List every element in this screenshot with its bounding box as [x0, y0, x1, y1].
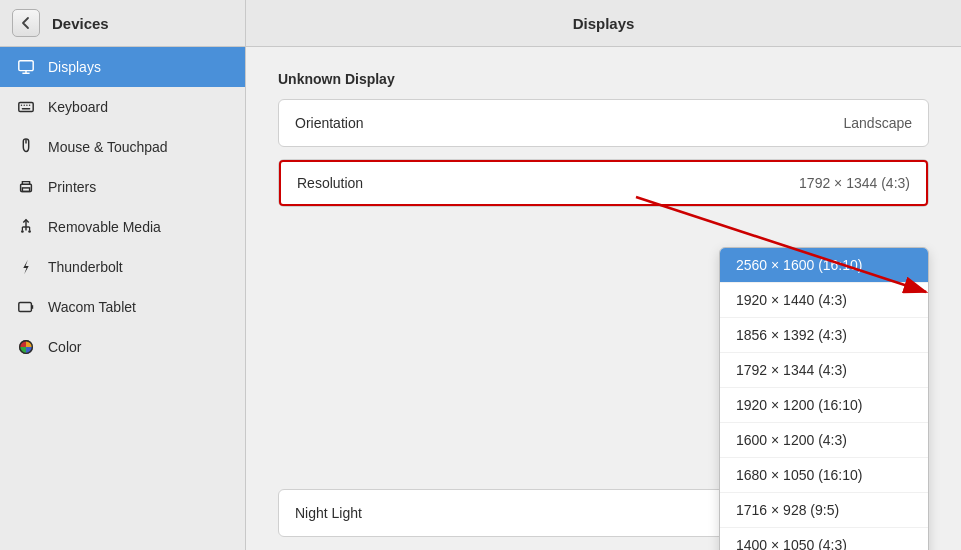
resolution-label: Resolution: [297, 175, 363, 191]
svg-rect-3: [19, 103, 33, 112]
main-area: DisplaysKeyboardMouse & TouchpadPrinters…: [0, 47, 961, 550]
sidebar-item-label-keyboard: Keyboard: [48, 99, 108, 115]
usb-icon: [16, 217, 36, 237]
dropdown-item-7[interactable]: 1716 × 928 (9:5): [720, 493, 928, 528]
sidebar-item-label-displays: Displays: [48, 59, 101, 75]
content-area: Unknown Display Orientation Landscape Re…: [246, 47, 961, 550]
header-left: Devices: [0, 0, 246, 46]
sidebar-item-label-wacom: Wacom Tablet: [48, 299, 136, 315]
sidebar-item-mouse[interactable]: Mouse & Touchpad: [0, 127, 245, 167]
svg-rect-11: [22, 188, 29, 192]
sidebar-item-removable[interactable]: Removable Media: [0, 207, 245, 247]
resolution-row[interactable]: Resolution 1792 × 1344 (4:3): [279, 160, 928, 206]
dropdown-item-2[interactable]: 1856 × 1392 (4:3): [720, 318, 928, 353]
color-icon: [16, 337, 36, 357]
resolution-value: 1792 × 1344 (4:3): [799, 175, 910, 191]
sidebar-item-thunderbolt[interactable]: Thunderbolt: [0, 247, 245, 287]
printer-icon: [16, 177, 36, 197]
night-light-label: Night Light: [295, 505, 362, 521]
resolution-card: Resolution 1792 × 1344 (4:3): [278, 159, 929, 207]
sidebar-item-keyboard[interactable]: Keyboard: [0, 87, 245, 127]
orientation-label: Orientation: [295, 115, 363, 131]
mouse-icon: [16, 137, 36, 157]
back-button[interactable]: [12, 9, 40, 37]
resolution-dropdown: 2560 × 1600 (16:10) 1920 × 1440 (4:3) 18…: [719, 247, 929, 550]
display-icon: [16, 57, 36, 77]
sidebar-item-label-printers: Printers: [48, 179, 96, 195]
dropdown-item-6[interactable]: 1680 × 1050 (16:10): [720, 458, 928, 493]
header-center: Displays: [246, 15, 961, 32]
sidebar-item-color[interactable]: Color: [0, 327, 245, 367]
dropdown-item-5[interactable]: 1600 × 1200 (4:3): [720, 423, 928, 458]
orientation-card: Orientation Landscape: [278, 99, 929, 147]
thunderbolt-icon: [16, 257, 36, 277]
dropdown-item-3[interactable]: 1792 × 1344 (4:3): [720, 353, 928, 388]
sidebar-section-title: Devices: [52, 15, 109, 32]
sidebar-item-label-mouse: Mouse & Touchpad: [48, 139, 168, 155]
orientation-value: Landscape: [843, 115, 912, 131]
wacom-icon: [16, 297, 36, 317]
app-header: Devices Displays: [0, 0, 961, 47]
dropdown-item-4[interactable]: 1920 × 1200 (16:10): [720, 388, 928, 423]
sidebar-item-wacom[interactable]: Wacom Tablet: [0, 287, 245, 327]
keyboard-icon: [16, 97, 36, 117]
sidebar: DisplaysKeyboardMouse & TouchpadPrinters…: [0, 47, 246, 550]
sidebar-item-label-color: Color: [48, 339, 81, 355]
svg-point-17: [21, 230, 24, 233]
content-section-title: Displays: [573, 15, 635, 32]
svg-point-18: [28, 230, 31, 233]
sidebar-item-label-removable: Removable Media: [48, 219, 161, 235]
svg-rect-20: [19, 303, 32, 312]
svg-rect-0: [19, 61, 33, 71]
sidebar-item-displays[interactable]: Displays: [0, 47, 245, 87]
svg-marker-19: [23, 260, 28, 274]
dropdown-item-0[interactable]: 2560 × 1600 (16:10): [720, 248, 928, 283]
sidebar-item-label-thunderbolt: Thunderbolt: [48, 259, 123, 275]
dropdown-item-1[interactable]: 1920 × 1440 (4:3): [720, 283, 928, 318]
sidebar-item-printers[interactable]: Printers: [0, 167, 245, 207]
orientation-row: Orientation Landscape: [279, 100, 928, 146]
dropdown-item-8[interactable]: 1400 × 1050 (4:3): [720, 528, 928, 550]
display-section-title: Unknown Display: [278, 71, 929, 87]
